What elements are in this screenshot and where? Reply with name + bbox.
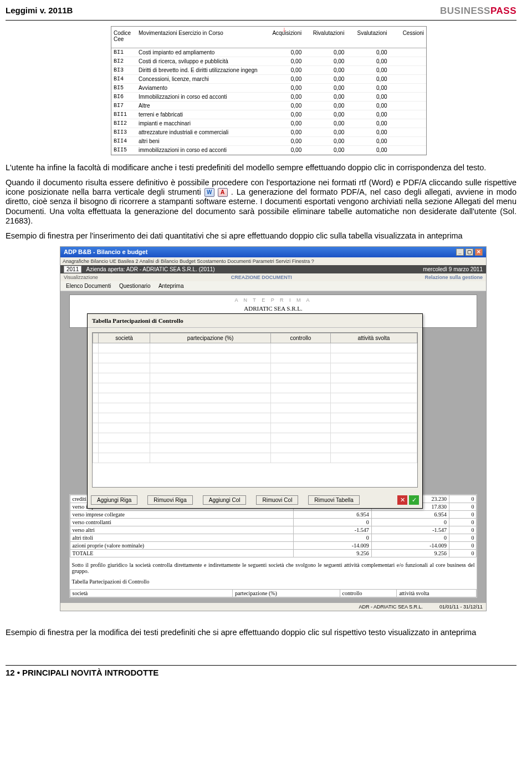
company-open: 2011 Azienda aperta: ADR - ADRIATIC SEA … [64,266,215,272]
window-buttons: _ ▢ ✕ [456,248,483,256]
remove-table-button[interactable]: Rimuovi Tabella [308,495,359,505]
word-icon: W [204,188,214,197]
red-arrow-icon: ↓ [283,26,286,33]
paragraph-2: Quando il documento risulta essere defin… [6,178,516,226]
subtab-elenco[interactable]: Elenco Documenti [66,283,111,289]
modal-buttons: Aggiungi Riga Rimuovi Riga Aggiungi Col … [88,492,422,508]
remove-row-button[interactable]: Rimuovi Riga [147,495,192,505]
pdf-icon: A [218,188,228,197]
status-company: ADR - ADRIATIC SEA S.R.L. [359,604,423,610]
minimize-icon[interactable]: _ [456,248,464,256]
movimentazioni-table: Codice Cee Movimentazioni Esercizio in C… [111,26,427,155]
logo: BUSINESSPASS [440,6,516,17]
year-select[interactable]: 2011 [64,266,81,273]
subtab-anteprima[interactable]: Anteprima [158,283,184,289]
paragraph-1: L'utente ha infine la facoltà di modific… [6,163,516,173]
tab-visualizzazione[interactable]: Visualizzazione [64,275,98,280]
th-codice: Codice Cee [111,27,136,48]
company-name: ADRIATIC SEA S.R.L. [74,305,473,312]
modal-title: Tabella Partecipazioni di Controllo [88,314,422,328]
maximize-icon[interactable]: ▢ [466,248,473,256]
th-mov: Movimentazioni Esercizio in Corso [136,27,261,48]
tab-creazione[interactable]: CREAZIONE DOCUMENTI [231,275,292,280]
th-sval: Svalutazioni [346,27,389,48]
subtab-questionario[interactable]: Questionario [119,283,151,289]
paragraph-4: Esempio di finestra per la modifica dei … [6,628,516,637]
app-screenshot: ADP B&B - Bilancio e budget _ ▢ ✕ Anagra… [60,246,487,611]
date-label: mercoledì 9 marzo 2011 [423,266,483,272]
doc-title: Leggimi v. 2011B [6,6,73,15]
lower-paragraph: Sotto il profilo giuridico la società co… [70,557,477,579]
close-icon[interactable]: ✕ [475,248,483,256]
lower-headers-table: società partecipazione (%) controllo att… [70,589,477,597]
anteprima-label: A N T E P R I M A [74,297,473,303]
th-acq: ↓Acquisizioni [261,27,304,48]
paragraph-3: Esempio di finestra per l'inserimento de… [6,231,516,241]
cancel-button[interactable]: ✕ [397,495,407,505]
window-title: ADP B&B - Bilancio e budget [64,248,147,256]
add-col-button[interactable]: Aggiungi Col [203,495,247,505]
add-row-button[interactable]: Aggiungi Riga [91,495,137,505]
confirm-button[interactable]: ✓ [409,495,419,505]
tab-relazione[interactable]: Relazione sulla gestione [424,275,483,280]
remove-col-button[interactable]: Rimuovi Col [256,495,298,505]
th-cess: Cessioni [390,27,426,48]
modal-table[interactable]: società partecipazione (%) controllo att… [93,333,417,463]
menu-bar[interactable]: Anagrafiche Bilancio UE Basilea 2 Analis… [60,257,486,265]
modal-dialog: Tabella Partecipazioni di Controllo soci… [87,313,423,509]
th-riv: Rivalutazioni [304,27,346,48]
status-date: 01/01/11 - 31/12/11 [439,604,483,610]
page-footer: 12•PRINCIPALI NOVITÀ INTRODOTTE [6,665,516,677]
lower-table-title: Tabella Partecipazioni di Controllo [70,579,477,589]
